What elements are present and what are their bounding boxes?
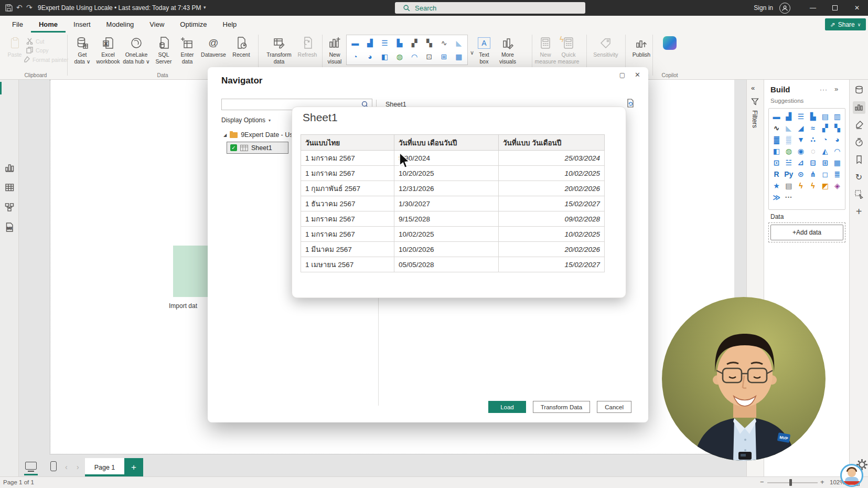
zoom-out-icon[interactable]: − <box>760 478 764 486</box>
stacked-bar-chart-icon[interactable]: ▬ <box>351 39 359 47</box>
zoom-slider-handle[interactable] <box>789 479 792 486</box>
table-view-icon[interactable] <box>5 183 14 192</box>
filled-map-icon[interactable]: ◉ <box>798 147 804 155</box>
qna-icon[interactable]: ◻ <box>822 171 828 178</box>
publish-button[interactable]: Publish <box>628 35 655 58</box>
title-caret-icon[interactable]: ▾ <box>203 5 206 10</box>
display-options-dropdown[interactable]: Display Options ▾ <box>221 116 271 124</box>
bookmarks-pane-icon[interactable] <box>853 153 865 166</box>
treemap-icon[interactable]: ◧ <box>381 53 388 60</box>
stacked-column-chart-icon[interactable]: ☰ <box>381 39 388 47</box>
build-collapse-icon[interactable]: » <box>834 85 838 93</box>
onelake-data-hub-button[interactable]: OneLake data hub ∨ <box>122 35 151 65</box>
menu-home[interactable]: Home <box>31 16 66 33</box>
clustered-column-chart-icon[interactable]: ▙ <box>810 113 816 120</box>
power-apps-icon[interactable]: ◈ <box>834 182 840 189</box>
kpi-icon[interactable]: ⊿ <box>798 159 804 166</box>
get-data-button[interactable]: Get data ∨ <box>70 35 94 65</box>
gauge-icon[interactable]: ◠ <box>411 53 417 60</box>
menu-insert[interactable]: Insert <box>66 16 99 33</box>
dax-query-view-icon[interactable]: DAX <box>5 222 14 232</box>
matrix-icon[interactable]: ▦ <box>834 159 841 166</box>
pie-chart-icon[interactable]: ◔ <box>353 53 357 60</box>
line-chart-icon[interactable]: ∿ <box>441 39 447 47</box>
sensitivity-button[interactable]: Sensitivity <box>590 35 622 58</box>
smart-narrative-icon[interactable]: ≣ <box>834 171 841 178</box>
donut-chart-icon[interactable]: ◕ <box>368 53 372 60</box>
quick-measure-button[interactable]: ϟ Quick measure <box>557 35 580 65</box>
decomposition-tree-icon[interactable]: ⋔ <box>810 171 816 178</box>
area-chart-icon[interactable]: ◣ <box>456 39 462 47</box>
zoom-in-icon[interactable]: + <box>820 478 824 486</box>
menu-file[interactable]: File <box>4 16 31 33</box>
power-automate-visual-icon[interactable]: ≫ <box>773 194 780 201</box>
card-icon[interactable]: ⊡ <box>774 159 780 166</box>
paste-button[interactable]: Paste <box>4 35 25 58</box>
close-button[interactable]: ✕ <box>846 0 868 16</box>
new-page-button[interactable]: + <box>124 458 143 476</box>
undo-icon[interactable]: ↶ <box>16 3 23 12</box>
filters-funnel-icon[interactable] <box>751 98 759 105</box>
line-chart-icon[interactable]: ∿ <box>774 124 780 132</box>
paginated-report-icon[interactable]: ▤ <box>785 182 792 189</box>
key-influencers-icon[interactable]: ⊙ <box>798 171 804 178</box>
selection-pane-icon[interactable] <box>853 188 865 200</box>
gauge-icon[interactable]: ◠ <box>834 147 840 155</box>
enter-data-button[interactable]: Enter data <box>176 35 198 65</box>
page-tab[interactable]: Page 1 <box>85 458 124 476</box>
build-more-options-icon[interactable]: ··· <box>820 86 828 93</box>
clustered-bar-chart-icon[interactable]: ☰ <box>798 113 805 120</box>
transform-data-dialog-button[interactable]: Transform Data <box>533 401 590 413</box>
previous-page-icon[interactable]: ‹ <box>65 463 68 471</box>
ribbon-chart-icon[interactable]: ≈ <box>811 124 815 132</box>
add-pane-icon[interactable]: + <box>853 205 865 218</box>
stacked-bar-chart-icon[interactable]: ▬ <box>773 113 780 120</box>
stacked-area-chart-icon[interactable]: ◢ <box>798 124 804 132</box>
sign-in-link[interactable]: Sign in <box>754 4 773 12</box>
load-button[interactable]: Load <box>488 401 526 413</box>
line-and-stacked-column-chart-icon[interactable]: ▞ <box>822 124 828 132</box>
refresh-button[interactable]: Refresh <box>295 35 320 58</box>
format-pane-icon[interactable] <box>853 119 865 131</box>
expand-panel-icon[interactable]: « <box>751 84 755 92</box>
sheet1-checkbox[interactable]: ✓ <box>230 144 237 151</box>
card-icon[interactable]: ⊡ <box>426 53 433 60</box>
menu-help[interactable]: Help <box>215 16 245 33</box>
scatter-chart-icon[interactable]: ∴ <box>810 136 816 143</box>
account-avatar[interactable] <box>779 3 790 14</box>
shape-map-icon[interactable]: ◌ <box>811 147 815 155</box>
more-visuals-button[interactable]: More visuals <box>496 35 519 65</box>
stacked-column-chart-icon[interactable]: ▟ <box>786 113 791 120</box>
save-icon[interactable] <box>5 4 13 12</box>
text-box-button[interactable]: A Text box <box>474 35 495 65</box>
sync-slicers-icon[interactable]: ↻ <box>853 171 865 183</box>
power-automate-calc-icon[interactable]: ϟ <box>799 182 802 189</box>
build-visual-pane-icon[interactable] <box>853 101 865 114</box>
matrix-icon[interactable]: ▦ <box>455 53 462 60</box>
desktop-layout-icon[interactable] <box>25 462 37 470</box>
search-input[interactable] <box>415 4 562 12</box>
excel-workbook-button[interactable]: X Excel workbook <box>95 35 121 65</box>
line-and-clustered-column-chart-icon[interactable]: ▚ <box>834 124 840 132</box>
transform-data-button[interactable]: Transform data <box>264 35 294 65</box>
metrics-icon[interactable]: ★ <box>773 182 780 189</box>
more-visuals-icon[interactable]: ··· <box>785 194 792 201</box>
format-painter-button[interactable]: Format painter <box>23 56 68 63</box>
dialog-close-icon[interactable]: ✕ <box>635 71 640 79</box>
100-stacked-bar-chart-icon[interactable]: ▤ <box>822 113 829 120</box>
line-and-column-chart-icon[interactable]: ▞ <box>412 39 417 47</box>
clustered-column-chart-icon[interactable]: ▟ <box>367 39 373 47</box>
cancel-button[interactable]: Cancel <box>597 401 631 413</box>
recent-sources-button[interactable]: Recent <box>229 35 254 58</box>
slicer-icon[interactable]: ⊟ <box>810 159 816 166</box>
dataverse-button[interactable]: @ Dataverse <box>199 35 228 58</box>
clustered-bar-chart-icon[interactable]: ▙ <box>397 39 402 47</box>
new-measure-button[interactable]: New measure <box>535 35 556 65</box>
power-automate-filter-icon[interactable]: ϟ <box>811 182 815 189</box>
table-icon[interactable]: ⊞ <box>441 53 447 60</box>
area-chart-icon[interactable]: ◣ <box>786 124 791 132</box>
pie-chart-icon[interactable]: ◔ <box>823 136 827 143</box>
share-button[interactable]: ⇗ Share ∨ <box>825 18 866 30</box>
copy-button[interactable]: Copy <box>26 47 49 54</box>
model-view-icon[interactable] <box>5 203 14 212</box>
